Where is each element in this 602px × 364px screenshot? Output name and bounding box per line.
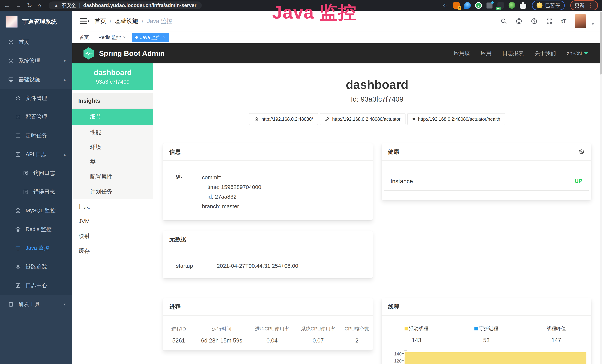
sidebar-item-log-center[interactable]: 日志中心: [0, 276, 72, 295]
threads-card: 线程 活动线程 143 守护进程 53: [382, 298, 591, 364]
eye-icon: [15, 264, 21, 270]
extension-pin-icon[interactable]: [464, 2, 471, 9]
close-icon[interactable]: ×: [163, 35, 165, 40]
menu-item-jvm[interactable]: JVM: [72, 214, 153, 229]
sidebar-item-api-log[interactable]: API 日志 ▴: [0, 145, 72, 164]
metadata-key: startup: [169, 263, 217, 269]
health-instance-row[interactable]: Instance UP: [382, 161, 591, 185]
menu-item-classes[interactable]: 类: [72, 154, 153, 169]
sba-locale-select[interactable]: zh-CN: [567, 50, 588, 57]
sidebar-item-java-monitor[interactable]: Java 监控: [0, 239, 72, 257]
sidebar-item-tracing[interactable]: 链路追踪: [0, 257, 72, 276]
sidebar-collapse-icon[interactable]: [80, 18, 87, 24]
home-icon[interactable]: ⌂: [38, 2, 41, 8]
browser-menu-icon[interactable]: ⋮: [588, 2, 594, 9]
health-url-button[interactable]: ♥ http://192.168.0.2:48080/actuator/heal…: [407, 113, 505, 125]
chevron-down-icon: ▾: [64, 302, 66, 307]
close-icon[interactable]: ×: [123, 35, 126, 40]
sba-nav-wallboard[interactable]: 应用墙: [454, 50, 470, 57]
sba-instance-menu: dashboard 93a3fc7f7409 Insights 细节 性能 环境…: [72, 64, 153, 364]
reload-icon[interactable]: ↻: [27, 2, 32, 8]
menu-item-caches[interactable]: 缓存: [72, 244, 153, 258]
annotation-text: Java 监控: [272, 0, 356, 25]
sidebar-item-access-log[interactable]: 访问日志: [0, 164, 72, 182]
history-icon[interactable]: [578, 149, 585, 155]
back-icon[interactable]: ←: [4, 2, 10, 8]
sba-nav-applications[interactable]: 应用: [481, 50, 492, 57]
scrollbar-thumb[interactable]: [600, 11, 602, 75]
sidebar-item-mysql[interactable]: MySQL 监控: [0, 201, 72, 220]
stat-daemon-threads: 守护进程 53: [452, 325, 521, 344]
menu-item-logging[interactable]: 日志: [72, 199, 153, 214]
forward-icon[interactable]: →: [16, 2, 22, 8]
stat-peak-threads: 线程峰值 147: [521, 325, 591, 344]
tag-redis-monitor[interactable]: Redis 监控 ×: [95, 33, 129, 42]
metadata-row: startup 2021-04-27T00:44:31.254+08:00: [163, 248, 373, 269]
sidebar-item-home[interactable]: 首页: [0, 33, 72, 51]
menu-item-details[interactable]: 细节: [72, 109, 153, 125]
menu-item-configprops[interactable]: 配置属性: [72, 169, 153, 184]
sidebar-item-infra[interactable]: 基础设施 ▴: [0, 70, 72, 89]
extension-icon[interactable]: 1: [453, 2, 460, 9]
chevron-up-icon: ▴: [64, 152, 66, 157]
sidebar-item-redis[interactable]: Redis 监控: [0, 220, 72, 239]
extension-icon[interactable]: [509, 2, 515, 9]
sidebar-item-system[interactable]: 系统管理 ▾: [0, 51, 72, 70]
menu-item-mappings[interactable]: 映射: [72, 229, 153, 244]
security-label: 不安全: [62, 2, 76, 9]
info-card: 信息 git commit: time: 1596289704000 id: 2…: [163, 143, 373, 220]
menu-item-metrics[interactable]: 性能: [72, 125, 153, 140]
sidebar-item-devtools[interactable]: 研发工具 ▾: [0, 295, 72, 314]
chrome-update-button[interactable]: 更新 ⋮: [570, 0, 598, 11]
sidebar-item-files[interactable]: 文件管理: [0, 89, 72, 107]
scrollbar[interactable]: [600, 11, 602, 364]
wrench-icon: [325, 117, 330, 121]
service-url-button[interactable]: http://192.168.0.2:48080/: [249, 113, 318, 125]
profile-paused-badge[interactable]: 已暂停: [532, 0, 565, 10]
thread-stats: 活动线程 143 守护进程 53 线程峰值 14: [382, 316, 591, 344]
extension-icon[interactable]: on: [497, 2, 504, 9]
metadata-card: 元数据 startup 2021-04-27T00:44:31.254+08:0…: [163, 231, 373, 278]
extension-icon[interactable]: y: [475, 2, 482, 9]
app-logo[interactable]: 芋道管理系统: [0, 11, 72, 33]
bookmark-star-icon[interactable]: ☆: [442, 2, 447, 9]
user-avatar[interactable]: [575, 14, 586, 28]
sba-nav-about[interactable]: 关于我们: [535, 50, 556, 57]
sidebar-item-error-log[interactable]: 错误日志: [0, 182, 72, 201]
row-divider: [166, 217, 370, 217]
sba-brand[interactable]: Spring Boot Admin: [99, 49, 165, 57]
row-divider: [166, 275, 370, 275]
github-icon[interactable]: [516, 18, 522, 24]
tag-java-monitor[interactable]: Java 监控 ×: [132, 33, 169, 42]
active-dot: [135, 36, 138, 39]
search-icon[interactable]: [500, 18, 507, 24]
breadcrumb-home[interactable]: 首页: [95, 17, 106, 25]
address-bar[interactable]: ▲ 不安全 | dashboard.yudao.iocoder.cn/infra…: [49, 1, 202, 9]
database-icon: [15, 208, 21, 214]
layers-icon: [15, 227, 21, 232]
sidebar-item-jobs[interactable]: 定时任务: [0, 126, 72, 145]
sba-nav-journal[interactable]: 日志报表: [502, 50, 524, 57]
instance-header[interactable]: dashboard 93a3fc7f7409: [72, 64, 153, 90]
extension-grid-icon[interactable]: [486, 2, 493, 9]
cloud-upload-icon: [15, 96, 21, 101]
avatar-caret-icon[interactable]: [591, 23, 595, 25]
font-size-icon[interactable]: tT: [561, 18, 566, 24]
metadata-card-header: 元数据: [163, 231, 373, 248]
live-threads-area: [405, 352, 586, 364]
fullscreen-icon[interactable]: [546, 18, 553, 24]
actuator-url-button[interactable]: http://192.168.0.2:48080/actuator: [320, 113, 406, 125]
sidebar-item-config[interactable]: 配置管理: [0, 107, 72, 126]
sba-logo-icon[interactable]: [83, 47, 94, 60]
sba-navbar: Spring Boot Admin 应用墙 应用 日志报表 关于我们 zh-CN: [72, 43, 602, 64]
info-key: git: [169, 173, 202, 211]
menu-item-scheduled-tasks[interactable]: 计划任务: [72, 184, 153, 199]
info-git-row: git commit: time: 1596289704000 id: 27aa…: [163, 161, 373, 211]
extension-puzzle-icon[interactable]: [520, 2, 526, 9]
help-icon[interactable]: [531, 18, 538, 24]
breadcrumb-infra[interactable]: 基础设施: [115, 17, 138, 25]
menu-item-environment[interactable]: 环境: [72, 140, 153, 154]
tag-home[interactable]: 首页: [76, 33, 92, 42]
breadcrumb-current: Java 监控: [147, 17, 172, 25]
stat-live-threads: 活动线程 143: [382, 325, 452, 344]
